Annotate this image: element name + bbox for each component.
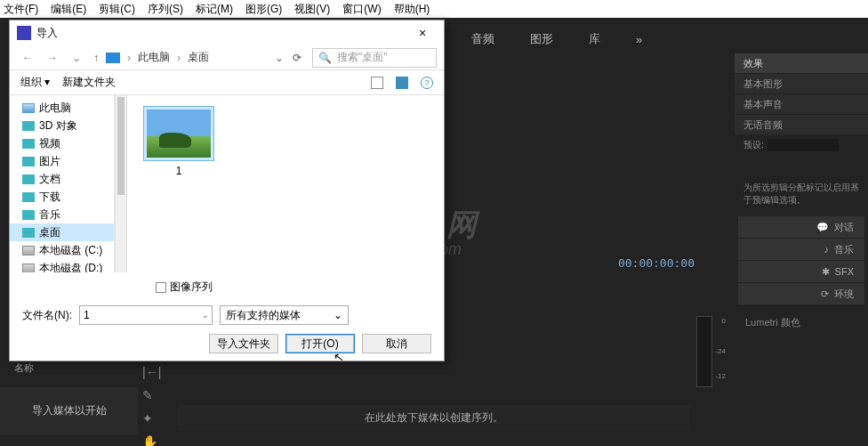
tree-item[interactable]: 音乐 xyxy=(10,206,114,223)
tab-library[interactable]: 库 xyxy=(589,31,600,47)
menu-seq[interactable]: 序列(S) xyxy=(148,2,183,17)
tree-item[interactable]: 3D 对象 xyxy=(10,117,114,134)
dialog-footer: 图像序列 文件名(N): 1⌄ 所有支持的媒体⌄ 导入文件夹 打开(O) 取消 xyxy=(10,272,444,361)
filename-input[interactable]: 1⌄ xyxy=(79,305,213,325)
tree-scrollbar[interactable] xyxy=(115,95,127,272)
import-folder-button[interactable]: 导入文件夹 xyxy=(209,334,278,353)
search-input[interactable]: 🔍搜索"桌面" xyxy=(312,48,437,68)
timeline-tools: |←| ✎ ✦ ✋ xyxy=(142,365,161,446)
tool-icon[interactable]: ✦ xyxy=(142,411,161,426)
refresh-icon[interactable]: ⟳ xyxy=(293,52,301,64)
tab-audio[interactable]: 音频 xyxy=(471,31,494,47)
tree-item-label: 文档 xyxy=(39,172,60,187)
crumb-sep: › xyxy=(177,52,181,64)
drive-icon xyxy=(22,264,35,273)
tree-item-label: 3D 对象 xyxy=(39,118,77,134)
meter-tick: -12 xyxy=(715,372,726,380)
folder-icon xyxy=(22,192,35,202)
audio-meter: 0 -24 -12 xyxy=(696,316,712,387)
tag-dialogue[interactable]: 💬对话 xyxy=(738,216,864,238)
folder-icon xyxy=(22,121,35,131)
folder-tree[interactable]: 此电脑3D 对象视频图片文档下载音乐桌面本地磁盘 (C:)本地磁盘 (D:)本地… xyxy=(10,95,115,272)
crumb-desktop[interactable]: 桌面 xyxy=(188,50,209,65)
tab-ess-graphics[interactable]: 基本图形 xyxy=(735,74,868,93)
nav-up[interactable]: ↑ xyxy=(90,52,102,64)
tab-graphics[interactable]: 图形 xyxy=(530,31,553,47)
import-drop-hint[interactable]: 导入媒体以开始 xyxy=(0,387,138,434)
dialog-titlebar[interactable]: 导入 × xyxy=(10,20,444,45)
view-mode-icon[interactable] xyxy=(396,77,408,89)
preset-input[interactable] xyxy=(768,139,839,151)
filetype-filter[interactable]: 所有支持的媒体⌄ xyxy=(220,305,349,325)
image-preview xyxy=(147,109,211,158)
tag-sfx[interactable]: ✱SFX xyxy=(738,261,864,282)
insert-icon[interactable]: |←| xyxy=(142,365,161,379)
tree-item[interactable]: 文档 xyxy=(10,170,114,188)
nav-back[interactable]: ← xyxy=(17,52,38,64)
lumetri-label[interactable]: Lumetri 颜色 xyxy=(735,305,868,340)
dialog-toolbar: 组织 ▾ 新建文件夹 ? xyxy=(10,70,444,95)
chevron-down-icon[interactable]: ⌄ xyxy=(67,52,86,64)
tab-effects[interactable]: 效果 xyxy=(735,53,868,73)
nav-fwd[interactable]: → xyxy=(42,52,63,64)
timeline-drop-hint[interactable]: 在此处放下媒体以创建序列。 xyxy=(178,405,690,431)
chevron-down-icon[interactable]: ⌄ xyxy=(275,52,284,64)
project-panel: 名称 导入媒体以开始 xyxy=(0,356,138,434)
menu-view[interactable]: 视图(V) xyxy=(294,2,330,17)
view-icon[interactable] xyxy=(371,77,383,89)
tree-item-label: 图片 xyxy=(39,154,60,169)
filename-label: 文件名(N): xyxy=(22,308,72,323)
drive-icon xyxy=(22,246,35,255)
tree-item[interactable]: 本地磁盘 (C:) xyxy=(10,241,114,259)
tree-item-label: 本地磁盘 (D:) xyxy=(39,261,102,273)
scroll-thumb[interactable] xyxy=(117,97,125,195)
ambient-icon: ⟳ xyxy=(821,288,829,300)
tree-item[interactable]: 桌面 xyxy=(10,223,114,241)
chevron-down-icon[interactable]: ⌄ xyxy=(202,311,209,320)
tree-item[interactable]: 图片 xyxy=(10,152,114,170)
menu-clip[interactable]: 剪辑(C) xyxy=(99,2,135,17)
tag-ambient[interactable]: ⟳环境 xyxy=(738,283,864,304)
panel-message: 为所选剪辑分配标记以启用基于预编辑选项。 xyxy=(735,155,868,215)
open-button[interactable]: 打开(O) xyxy=(285,334,355,353)
organize-menu[interactable]: 组织 ▾ xyxy=(20,75,50,90)
tab-no-audio[interactable]: 无语音频 xyxy=(735,115,868,134)
tab-more[interactable]: » xyxy=(636,33,642,46)
crumb-pc[interactable]: 此电脑 xyxy=(138,50,170,65)
brush-icon[interactable]: ✎ xyxy=(142,388,161,402)
file-label: 1 xyxy=(138,165,220,177)
speech-icon: 💬 xyxy=(816,222,829,233)
pc-icon xyxy=(22,103,35,113)
hand-icon[interactable]: ✋ xyxy=(142,434,161,446)
menu-mark[interactable]: 标记(M) xyxy=(196,2,233,17)
menu-window[interactable]: 窗口(W) xyxy=(342,2,381,17)
tree-item[interactable]: 下载 xyxy=(10,188,114,206)
tag-music[interactable]: ♪音乐 xyxy=(738,239,864,260)
tree-item[interactable]: 视频 xyxy=(10,134,114,152)
menubar[interactable]: 文件(F) 编辑(E) 剪辑(C) 序列(S) 标记(M) 图形(G) 视图(V… xyxy=(0,0,868,18)
close-icon[interactable]: × xyxy=(408,26,437,40)
tree-item[interactable]: 本地磁盘 (D:) xyxy=(10,259,114,272)
menu-file[interactable]: 文件(F) xyxy=(4,2,38,17)
timecode[interactable]: 00:00:00:00 xyxy=(618,256,695,270)
meter-tick: -24 xyxy=(715,347,726,355)
chevron-down-icon: ⌄ xyxy=(334,309,342,321)
file-thumbnail[interactable]: 1 xyxy=(138,106,220,177)
help-icon[interactable]: ? xyxy=(421,77,433,89)
tree-item[interactable]: 此电脑 xyxy=(10,99,114,117)
new-folder-button[interactable]: 新建文件夹 xyxy=(62,75,116,90)
search-icon: 🔍 xyxy=(318,52,332,64)
sfx-icon: ✱ xyxy=(822,266,830,278)
menu-graphics[interactable]: 图形(G) xyxy=(245,2,282,17)
menu-help[interactable]: 帮助(H) xyxy=(394,2,430,17)
cancel-button[interactable]: 取消 xyxy=(362,334,431,353)
preset-row: 预设: xyxy=(735,135,868,155)
tab-ess-sound[interactable]: 基本声音 xyxy=(735,94,868,114)
file-area[interactable]: 1 xyxy=(127,95,444,272)
image-sequence-checkbox[interactable]: 图像序列 xyxy=(156,280,431,295)
tree-item-label: 音乐 xyxy=(39,207,60,223)
app-icon xyxy=(17,26,31,40)
checkbox-icon[interactable] xyxy=(156,282,166,293)
menu-edit[interactable]: 编辑(E) xyxy=(51,2,86,17)
folder-icon xyxy=(106,53,120,63)
